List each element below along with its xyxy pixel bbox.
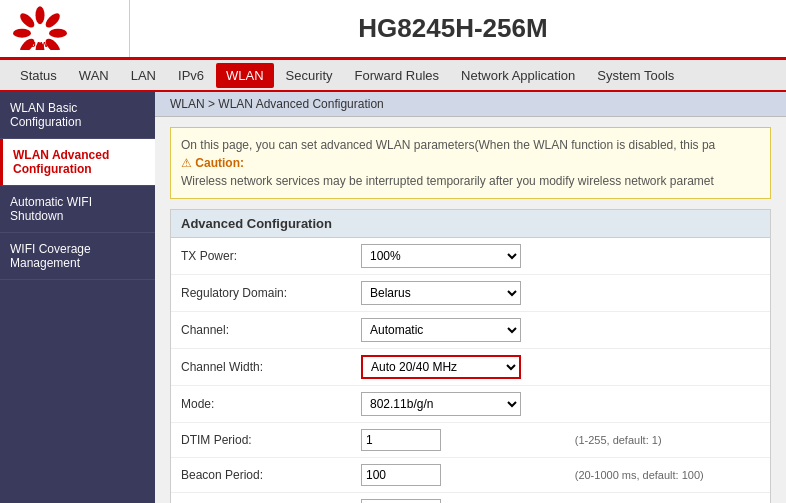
huawei-logo: HUAWEI	[10, 5, 70, 53]
field-hint-beacon: (20-1000 ms, default: 100)	[565, 458, 770, 493]
config-table: TX Power: 100%75%50%25% Regulatory Domai…	[171, 238, 770, 503]
field-input-channel[interactable]: Automatic123	[351, 312, 565, 349]
field-hint-channel	[565, 312, 770, 349]
nav-wlan[interactable]: WLAN	[216, 63, 274, 88]
field-input-channel-width[interactable]: Auto 20/40 MHz20 MHz40 MHz	[351, 349, 565, 386]
field-label-dtim: DTIM Period:	[171, 423, 351, 458]
svg-text:HUAWEI: HUAWEI	[24, 40, 55, 49]
nav-forward-rules[interactable]: Forward Rules	[345, 63, 450, 88]
table-row: Mode: 802.11b/g/n802.11b/g802.11n	[171, 386, 770, 423]
top-nav: Status WAN LAN IPv6 WLAN Security Forwar…	[0, 60, 786, 92]
table-row: Channel: Automatic123	[171, 312, 770, 349]
page-title-area: HG8245H-256M	[130, 13, 776, 44]
table-row: Beacon Period: (20-1000 ms, default: 100…	[171, 458, 770, 493]
table-row: Channel Width: Auto 20/40 MHz20 MHz40 MH…	[171, 349, 770, 386]
table-row: DTIM Period: (1-255, default: 1)	[171, 423, 770, 458]
caution-label: Caution:	[195, 156, 244, 170]
beacon-input[interactable]	[361, 464, 441, 486]
breadcrumb: WLAN > WLAN Advanced Configuration	[155, 92, 786, 117]
info-box: On this page, you can set advanced WLAN …	[170, 127, 771, 199]
sidebar: WLAN Basic Configuration WLAN Advanced C…	[0, 92, 155, 503]
field-label-channel: Channel:	[171, 312, 351, 349]
sidebar-item-auto-wifi-shutdown[interactable]: Automatic WIFI Shutdown	[0, 186, 155, 233]
svg-point-7	[18, 10, 37, 29]
field-input-rts[interactable]	[351, 493, 565, 504]
field-label-channel-width: Channel Width:	[171, 349, 351, 386]
dtim-input[interactable]	[361, 429, 441, 451]
nav-ipv6[interactable]: IPv6	[168, 63, 214, 88]
logo-area: HUAWEI	[10, 0, 130, 57]
nav-system-tools[interactable]: System Tools	[587, 63, 684, 88]
nav-status[interactable]: Status	[10, 63, 67, 88]
nav-wan[interactable]: WAN	[69, 63, 119, 88]
svg-point-1	[43, 10, 62, 29]
channel-width-select[interactable]: Auto 20/40 MHz20 MHz40 MHz	[361, 355, 521, 379]
field-input-reg-domain[interactable]: Belarus	[351, 275, 565, 312]
field-input-dtim[interactable]	[351, 423, 565, 458]
nav-network-application[interactable]: Network Application	[451, 63, 585, 88]
sidebar-item-wifi-coverage[interactable]: WIFI Coverage Management	[0, 233, 155, 280]
mode-select[interactable]: 802.11b/g/n802.11b/g802.11n	[361, 392, 521, 416]
field-hint-rts: (1-2346 bytes, default: 2346)	[565, 493, 770, 504]
field-input-tx-power[interactable]: 100%75%50%25%	[351, 238, 565, 275]
caution-text: Wireless network services may be interru…	[181, 172, 760, 190]
config-section: Advanced Configuration TX Power: 100%75%…	[170, 209, 771, 503]
field-label-beacon: Beacon Period:	[171, 458, 351, 493]
field-hint-mode	[565, 386, 770, 423]
tx-power-select[interactable]: 100%75%50%25%	[361, 244, 521, 268]
field-hint-reg-domain	[565, 275, 770, 312]
nav-lan[interactable]: LAN	[121, 63, 166, 88]
table-row: RTS Threshold: (1-2346 bytes, default: 2…	[171, 493, 770, 504]
caution-icon: ⚠	[181, 156, 192, 170]
field-input-beacon[interactable]	[351, 458, 565, 493]
field-hint-tx-power	[565, 238, 770, 275]
rts-input[interactable]	[361, 499, 441, 503]
channel-select[interactable]: Automatic123	[361, 318, 521, 342]
table-row: Regulatory Domain: Belarus	[171, 275, 770, 312]
nav-security[interactable]: Security	[276, 63, 343, 88]
field-hint-dtim: (1-255, default: 1)	[565, 423, 770, 458]
config-section-title: Advanced Configuration	[171, 210, 770, 238]
table-row: TX Power: 100%75%50%25%	[171, 238, 770, 275]
field-label-reg-domain: Regulatory Domain:	[171, 275, 351, 312]
sidebar-item-wlan-advanced[interactable]: WLAN Advanced Configuration	[0, 139, 155, 186]
sidebar-item-wlan-basic[interactable]: WLAN Basic Configuration	[0, 92, 155, 139]
field-input-mode[interactable]: 802.11b/g/n802.11b/g802.11n	[351, 386, 565, 423]
main-layout: WLAN Basic Configuration WLAN Advanced C…	[0, 92, 786, 503]
svg-point-6	[13, 28, 31, 37]
field-label-rts: RTS Threshold:	[171, 493, 351, 504]
field-hint-channel-width	[565, 349, 770, 386]
caution-line: ⚠ Caution:	[181, 154, 760, 172]
header: HUAWEI HG8245H-256M	[0, 0, 786, 60]
field-label-mode: Mode:	[171, 386, 351, 423]
info-main-text: On this page, you can set advanced WLAN …	[181, 136, 760, 154]
reg-domain-select[interactable]: Belarus	[361, 281, 521, 305]
svg-point-0	[36, 6, 45, 24]
device-title: HG8245H-256M	[130, 13, 776, 44]
content-area: WLAN > WLAN Advanced Configuration On th…	[155, 92, 786, 503]
field-label-tx-power: TX Power:	[171, 238, 351, 275]
svg-point-2	[49, 28, 67, 37]
